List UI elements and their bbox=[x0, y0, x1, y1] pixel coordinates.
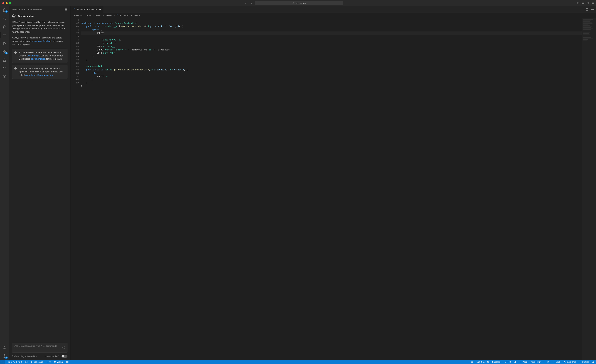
explorer-badge: 1 bbox=[5, 10, 8, 13]
status-ports[interactable]: 0 bbox=[46, 361, 51, 363]
search-activity-icon[interactable] bbox=[2, 16, 7, 21]
svg-point-22 bbox=[4, 356, 5, 357]
lineno: 80 bbox=[71, 41, 79, 45]
dev-assistant-panel: AGENTFORCE: DEV ASSISTANT Dev Assistant … bbox=[9, 6, 71, 360]
lineno: 88 bbox=[71, 68, 79, 71]
tab-label: ProductController.cls bbox=[77, 8, 97, 11]
explorer-icon[interactable]: 1 bbox=[2, 8, 7, 12]
crumb[interactable]: force-app bbox=[74, 14, 83, 17]
lineno: 86 bbox=[71, 61, 79, 65]
layout-secondary-sidebar-icon[interactable] bbox=[587, 2, 589, 5]
workspace-name: ebikes-lwc bbox=[296, 2, 306, 4]
bell-icon bbox=[592, 361, 594, 363]
nav-forward-icon[interactable] bbox=[250, 2, 253, 5]
status-apex-pmd[interactable]: Apex PMD bbox=[530, 361, 544, 363]
lineno: 90 bbox=[71, 75, 79, 78]
status-watch[interactable]: Watch bbox=[53, 361, 63, 363]
lineno: 77 bbox=[71, 31, 79, 35]
layout-primary-sidebar-icon[interactable] bbox=[577, 2, 579, 5]
status-cursor-pos[interactable]: Ln 88, Col 23 bbox=[476, 361, 489, 363]
documentation-link[interactable]: documentation bbox=[31, 58, 46, 60]
share-feedback-link[interactable]: share your feedback bbox=[32, 40, 52, 42]
svg-rect-17 bbox=[3, 52, 4, 53]
settings-gear-icon[interactable]: 1 bbox=[2, 354, 7, 358]
spell-label: Spell bbox=[556, 361, 560, 363]
crumb[interactable]: classes bbox=[105, 14, 112, 17]
nav-back-icon[interactable] bbox=[245, 2, 247, 5]
svg-rect-4 bbox=[592, 2, 593, 3]
assistant-input[interactable]: Ask Dev Assistant or type '/' for comman… bbox=[12, 343, 67, 353]
lineno: 70 bbox=[71, 28, 79, 31]
lineno: 69 bbox=[71, 25, 79, 28]
status-menu[interactable] bbox=[66, 361, 69, 363]
svg-rect-12 bbox=[3, 34, 6, 36]
close-window-button[interactable] bbox=[2, 2, 4, 4]
svg-point-31 bbox=[593, 9, 594, 10]
tree-icon bbox=[564, 361, 566, 363]
tab-productcontroller[interactable]: ProductController.cls bbox=[71, 6, 104, 13]
lineno: 79 bbox=[71, 38, 79, 41]
use-entire-file-toggle[interactable] bbox=[61, 355, 67, 358]
status-indent[interactable]: Spaces: 4 bbox=[492, 361, 502, 363]
assistant-review: Always review a response for accuracy an… bbox=[12, 36, 67, 46]
panel-menu-icon[interactable] bbox=[65, 8, 67, 11]
svg-point-29 bbox=[591, 9, 591, 10]
status-spell[interactable]: Spell bbox=[552, 361, 561, 363]
status-bar: 1 0 9 ebikesOrg 0 Watch Ln 88, Col 23 Sp… bbox=[0, 360, 596, 364]
source-control-icon[interactable] bbox=[2, 24, 7, 29]
cursor-pos: Ln 88, Col 23 bbox=[477, 361, 489, 363]
problems[interactable]: 1 0 9 bbox=[7, 361, 22, 363]
command-center[interactable]: ebikes-lwc bbox=[255, 1, 343, 5]
generate-test-link[interactable]: Agentforce: Generate a Test bbox=[25, 74, 53, 76]
accounts-icon[interactable] bbox=[2, 346, 7, 350]
lineno: 92 bbox=[71, 82, 79, 85]
referencing-label: Referencing active editor bbox=[12, 355, 37, 357]
lineno: 78 bbox=[71, 35, 79, 38]
status-prettier[interactable]: Prettier bbox=[579, 361, 589, 363]
svg-point-39 bbox=[548, 362, 548, 362]
extensions-badge: 1 bbox=[5, 52, 8, 54]
lineno: 81 bbox=[71, 45, 79, 48]
info-icon bbox=[14, 51, 17, 54]
status-zoom[interactable] bbox=[470, 361, 474, 363]
layout-customize-icon[interactable] bbox=[592, 2, 594, 5]
code-area[interactable]: public with sharing class ProductControl… bbox=[81, 18, 582, 360]
testing-icon[interactable] bbox=[2, 58, 7, 62]
minimize-window-button[interactable] bbox=[6, 2, 8, 4]
indent-label: Spaces: 4 bbox=[492, 361, 502, 363]
status-language[interactable]: Apex bbox=[519, 361, 528, 363]
status-eol[interactable]: LF bbox=[513, 361, 517, 363]
search-icon bbox=[292, 2, 295, 4]
svg-rect-5 bbox=[593, 2, 594, 3]
zoom-window-button[interactable] bbox=[9, 2, 11, 4]
svg-rect-3 bbox=[587, 2, 589, 4]
assistant-intro: Hi! I'm Dev Assistant, and I'm here to h… bbox=[12, 21, 67, 33]
agentforce-icon[interactable] bbox=[2, 33, 7, 37]
status-encoding[interactable]: UTF-8 bbox=[504, 361, 511, 363]
minimap[interactable] bbox=[582, 18, 596, 360]
status-agentforce[interactable] bbox=[546, 361, 550, 363]
more-actions-icon[interactable] bbox=[591, 9, 594, 10]
breadcrumb[interactable]: force-app› main› default› classes› Produ… bbox=[71, 13, 596, 18]
info-icon bbox=[14, 67, 17, 70]
issues-icon[interactable] bbox=[2, 74, 7, 79]
status-editor-layout[interactable] bbox=[24, 361, 28, 363]
split-editor-icon[interactable] bbox=[586, 8, 588, 11]
salesforce-cloud-icon[interactable] bbox=[2, 66, 7, 70]
prettier-label: Prettier bbox=[582, 361, 589, 363]
pmd-label: Apex PMD bbox=[531, 361, 541, 363]
status-org[interactable]: ebikesOrg bbox=[30, 361, 44, 363]
remote-indicator[interactable] bbox=[0, 360, 5, 364]
extensions-icon[interactable]: 1 bbox=[2, 49, 7, 54]
svg-point-30 bbox=[592, 9, 593, 10]
crumb[interactable]: main bbox=[87, 14, 91, 17]
broadcast-icon bbox=[46, 361, 49, 363]
status-build-tree[interactable]: Build Tree bbox=[563, 361, 576, 363]
status-notifications[interactable] bbox=[591, 361, 595, 363]
crumb[interactable]: ProductController.cls bbox=[119, 14, 140, 17]
crumb[interactable]: default bbox=[95, 14, 102, 17]
walkthrough-link[interactable]: walkthrough bbox=[27, 54, 39, 57]
run-debug-icon[interactable] bbox=[2, 41, 7, 45]
layout-panel-icon[interactable] bbox=[582, 2, 584, 5]
send-icon[interactable] bbox=[62, 346, 65, 349]
